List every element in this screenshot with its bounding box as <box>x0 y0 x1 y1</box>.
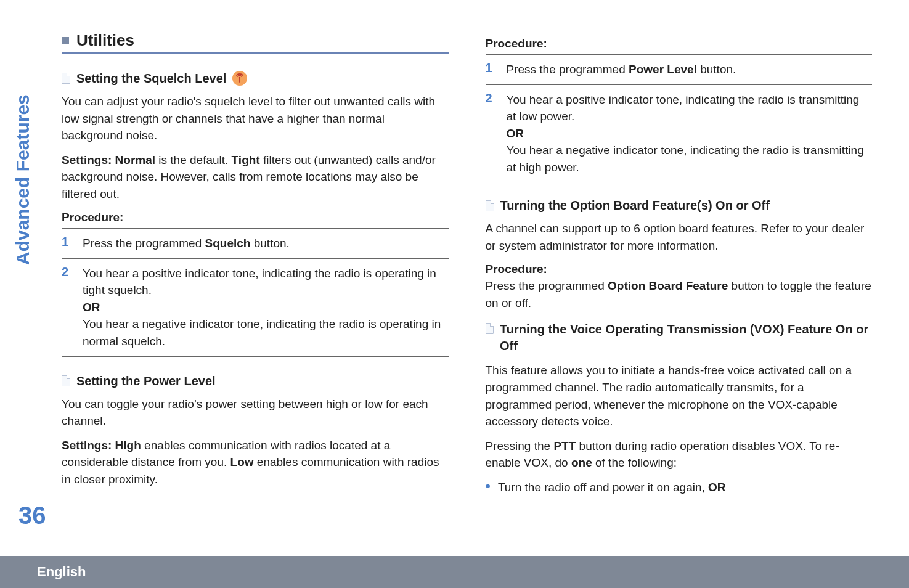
procedure-label: Procedure: <box>486 37 873 51</box>
procedure-label: Procedure: <box>486 263 873 276</box>
settings-high-label: Settings: High <box>62 439 141 452</box>
text: Press the programmed <box>507 63 629 76</box>
or-label: OR <box>507 127 524 140</box>
option-board-feature-label: Option Board Feature <box>608 279 728 292</box>
power-steps: 1 Press the programmed Power Level butto… <box>486 54 873 182</box>
squelch-paragraph-2: Settings: Normal is the default. Tight f… <box>62 152 449 203</box>
or-label: OR <box>83 301 100 314</box>
squelch-button-label: Squelch <box>205 237 251 250</box>
document-icon <box>486 323 494 334</box>
subheader-vox: Turning the Voice Operating Transmission… <box>486 321 873 354</box>
page-number: 36 <box>18 502 46 529</box>
settings-normal-label: Settings: Normal <box>62 153 155 166</box>
document-icon <box>486 200 494 211</box>
step-2: 2 You hear a positive indicator tone, in… <box>486 85 873 183</box>
text: button. <box>250 237 289 250</box>
squelch-steps: 1 Press the programmed Squelch button. 2… <box>62 228 449 356</box>
step-body: You hear a positive indicator tone, indi… <box>83 265 449 350</box>
step-number: 2 <box>62 265 73 350</box>
squelch-paragraph-1: You can adjust your radio's squelch leve… <box>62 93 449 144</box>
sidebar-text: Advanced Features <box>12 94 33 265</box>
text: You hear a negative indicator tone, indi… <box>507 144 864 174</box>
sub-title-power: Setting the Power Level <box>76 374 216 388</box>
power-paragraph-1: You can toggle your radio’s power settin… <box>62 396 449 430</box>
text: Pressing the <box>486 439 554 452</box>
subheader-option-board: Turning the Option Board Feature(s) On o… <box>486 198 873 213</box>
document-icon <box>62 73 70 84</box>
step-number: 1 <box>486 61 497 78</box>
power-paragraph-2: Settings: High enables communication wit… <box>62 437 449 488</box>
svg-point-0 <box>239 77 240 78</box>
content-columns: Utilities Setting the Squelch Level You … <box>37 25 872 496</box>
sub-title-option-board: Turning the Option Board Feature(s) On o… <box>500 198 770 213</box>
vox-bullets: • Turn the radio off and power it on aga… <box>486 479 873 496</box>
step-number: 1 <box>62 235 73 252</box>
text: Press the programmed <box>83 237 205 250</box>
text: You hear a positive indicator tone, indi… <box>507 93 860 123</box>
subheader-squelch: Setting the Squelch Level <box>62 71 449 86</box>
sidebar-section-label: Advanced Features <box>12 94 33 265</box>
one-label: one <box>571 456 592 469</box>
procedure-label: Procedure: <box>62 211 449 224</box>
option-board-paragraph: A channel can support up to 6 option boa… <box>486 220 873 254</box>
text: You hear a positive indicator tone, indi… <box>83 267 436 297</box>
sub-title-vox: Turning the Voice Operating Transmission… <box>500 321 872 354</box>
left-column: Utilities Setting the Squelch Level You … <box>37 25 449 496</box>
section-divider <box>62 52 449 54</box>
antenna-icon <box>232 71 247 86</box>
power-level-button-label: Power Level <box>629 63 697 76</box>
ptt-label: PTT <box>553 439 576 452</box>
text: Press the programmed <box>486 279 608 292</box>
step-number: 2 <box>486 91 497 176</box>
section-header-utilities: Utilities <box>62 31 449 50</box>
option-board-procedure: Press the programmed Option Board Featur… <box>486 277 873 311</box>
vox-paragraph-1: This feature allows you to initiate a ha… <box>486 362 873 430</box>
step-body: Press the programmed Power Level button. <box>507 61 736 78</box>
section-title: Utilities <box>76 31 134 50</box>
text: button. <box>697 63 736 76</box>
vox-paragraph-2: Pressing the PTT button during radio ope… <box>486 438 873 472</box>
document-icon <box>62 375 70 386</box>
bullet-item: • Turn the radio off and power it on aga… <box>486 479 873 496</box>
step-2: 2 You hear a positive indicator tone, in… <box>62 259 449 357</box>
text: You hear a negative indicator tone, indi… <box>83 317 441 348</box>
step-body: Press the programmed Squelch button. <box>83 235 290 252</box>
text: of the following: <box>592 456 677 469</box>
bullet-dot-icon: • <box>486 479 491 496</box>
text: Turn the radio off and power it on again… <box>498 481 708 494</box>
text: is the default. <box>155 153 232 166</box>
right-column: Procedure: 1 Press the programmed Power … <box>486 25 873 496</box>
or-label: OR <box>708 481 726 494</box>
subheader-power: Setting the Power Level <box>62 374 449 388</box>
step-1: 1 Press the programmed Squelch button. <box>62 228 449 259</box>
sub-title-squelch: Setting the Squelch Level <box>76 71 226 86</box>
square-bullet-icon <box>62 37 69 44</box>
language-bar: English <box>0 556 909 588</box>
tight-label: Tight <box>232 153 260 166</box>
low-label: Low <box>230 455 254 468</box>
step-body: You hear a positive indicator tone, indi… <box>507 91 873 176</box>
bullet-body: Turn the radio off and power it on again… <box>498 479 726 496</box>
page: Advanced Features 36 Utilities Setting t… <box>0 0 909 588</box>
language-label: English <box>37 564 86 580</box>
step-1: 1 Press the programmed Power Level butto… <box>486 54 873 85</box>
